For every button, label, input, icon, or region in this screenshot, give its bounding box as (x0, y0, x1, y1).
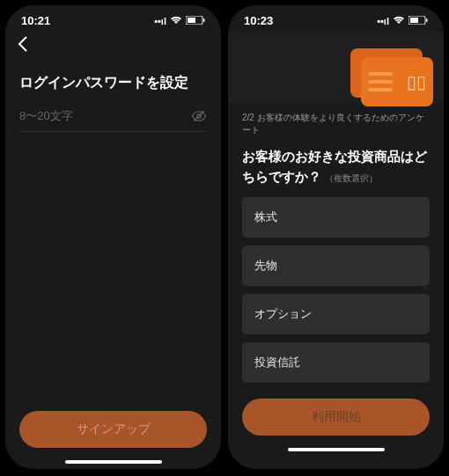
status-bar: 10:21 ••ıl (5, 5, 221, 33)
nav-bar (5, 33, 221, 63)
option-options[interactable]: オプション (242, 294, 430, 334)
breadcrumb: 2/2 お客様の体験をより良くするためのアンケート (228, 112, 444, 136)
question-sub: （複数選択） (325, 173, 378, 183)
option-futures[interactable]: 先物 (242, 245, 430, 286)
question-title: お客様のお好きな投資商品はどちらですか？（複数選択） (228, 147, 444, 187)
book-icon: ▯▯ (407, 71, 426, 92)
hero-banner: ▯▯ (228, 33, 444, 103)
battery-icon (186, 16, 205, 26)
svg-rect-7 (426, 18, 428, 22)
status-time: 10:21 (21, 14, 50, 27)
option-label: 投資信託 (254, 355, 300, 369)
options-list: 株式 先物 オプション 投資信託 (228, 187, 444, 383)
button-label: 利用開始 (312, 409, 361, 425)
phone-left: 10:21 ••ıl ログインパスワードを設定 8〜20文字 サインアップ (5, 5, 221, 469)
phone-right: 10:23 ••ıl ▯▯ 2/2 お客様の体験をより良くするためのアンケ (228, 5, 444, 469)
option-label: オプション (254, 307, 312, 320)
status-bar: 10:23 ••ıl (228, 5, 444, 33)
status-icons: ••ıl (154, 16, 205, 26)
visibility-toggle-icon[interactable] (191, 108, 207, 124)
start-button[interactable]: 利用開始 (242, 399, 430, 436)
svg-rect-1 (188, 18, 195, 23)
signal-icon: ••ıl (154, 16, 166, 26)
page-title: ログインパスワードを設定 (19, 74, 207, 92)
option-stocks[interactable]: 株式 (242, 197, 430, 238)
svg-rect-6 (410, 18, 418, 23)
home-indicator[interactable] (65, 460, 162, 464)
status-icons: ••ıl (377, 16, 428, 26)
content-area: ログインパスワードを設定 8〜20文字 サインアップ (5, 63, 221, 469)
input-placeholder: 8〜20文字 (19, 108, 191, 124)
wifi-icon (170, 16, 182, 26)
password-input[interactable]: 8〜20文字 (19, 108, 207, 132)
signup-button[interactable]: サインアップ (19, 411, 207, 448)
button-label: サインアップ (77, 421, 151, 437)
back-button[interactable] (18, 36, 39, 56)
option-label: 先物 (254, 259, 277, 272)
cards-illustration: ▯▯ (350, 48, 431, 105)
signal-icon: ••ıl (377, 16, 389, 26)
option-label: 株式 (254, 210, 277, 223)
svg-rect-2 (203, 18, 205, 22)
home-indicator[interactable] (288, 448, 385, 451)
wifi-icon (393, 16, 405, 26)
battery-icon (409, 16, 428, 26)
option-trust[interactable]: 投資信託 (242, 342, 430, 383)
status-time: 10:23 (244, 14, 273, 27)
